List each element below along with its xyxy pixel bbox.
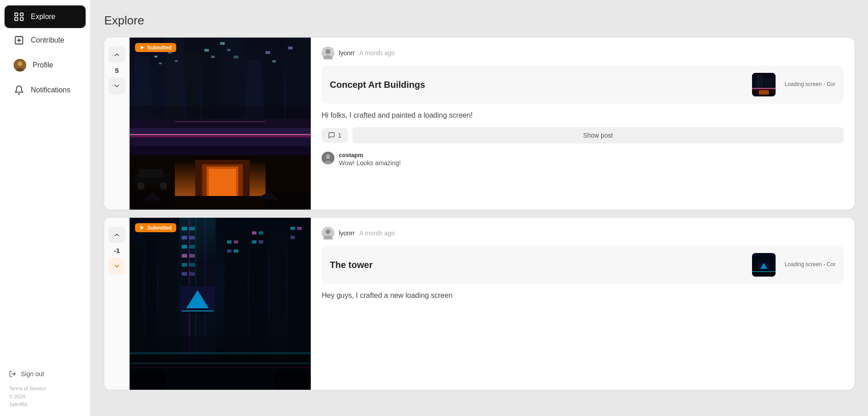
svg-point-116	[326, 230, 330, 234]
post-author-1: lyonrr	[339, 49, 355, 57]
submitted-badge-1: Submitted	[135, 43, 176, 52]
thumbnail-label-1: Loading screen - Cor	[785, 81, 835, 88]
svg-rect-109	[130, 367, 311, 368]
post-image-1: Submitted	[130, 38, 311, 210]
comment-username-1: costapm	[339, 152, 844, 158]
svg-rect-110	[130, 335, 311, 354]
downvote-button-2[interactable]	[109, 258, 125, 274]
upvote-icon-2	[113, 231, 121, 239]
page-title: Explore	[104, 14, 854, 28]
show-post-button-1[interactable]: Show post	[352, 127, 844, 143]
svg-rect-106	[179, 218, 216, 263]
sidebar-item-explore-label: Explore	[31, 13, 55, 21]
comment-icon-1	[328, 132, 335, 139]
downvote-icon-1	[113, 82, 121, 90]
bell-icon	[14, 85, 24, 95]
svg-rect-61	[759, 90, 769, 95]
sidebar-item-explore[interactable]: Explore	[5, 5, 86, 28]
svg-rect-98	[234, 249, 238, 253]
sidebar-item-profile-label: Profile	[33, 61, 53, 69]
post-time-1: A month ago	[359, 49, 395, 57]
comment-count-1: 1	[338, 132, 342, 139]
svg-rect-48	[288, 47, 293, 49]
svg-rect-123	[752, 271, 776, 272]
post-comment-1: costapm Wow! Looks amazing!	[322, 150, 844, 167]
svg-rect-42	[211, 56, 215, 58]
sidebar: Explore Contribute Profile	[0, 0, 91, 416]
post-title-1: Concept Art Buildings	[330, 80, 425, 90]
sidebar-item-profile[interactable]: Profile	[5, 53, 86, 78]
cyberpunk-art-1	[130, 38, 311, 210]
svg-rect-37	[154, 56, 157, 57]
sign-out-button[interactable]: Sign out	[9, 367, 81, 381]
svg-rect-111	[130, 372, 166, 390]
sign-out-icon	[9, 370, 16, 378]
profile-avatar-icon	[14, 59, 26, 72]
svg-rect-47	[272, 60, 276, 62]
svg-rect-34	[139, 169, 164, 177]
post-card-1: 5 Submitted	[104, 38, 854, 210]
svg-rect-82	[182, 263, 187, 267]
svg-rect-102	[259, 240, 263, 244]
post-title-section-2: The tower Loading screen - Cor	[322, 246, 844, 284]
author-avatar-1	[322, 47, 334, 59]
comment-avatar-img-1	[322, 152, 334, 164]
submitted-badge-2: Submitted	[135, 223, 176, 232]
post-card-2: -1 Submitted	[104, 218, 854, 390]
svg-rect-83	[189, 263, 195, 267]
sign-out-label: Sign out	[21, 370, 44, 378]
thumbnail-with-label-1: Loading screen - Cor	[752, 73, 835, 96]
svg-rect-99	[252, 231, 256, 234]
explore-icon	[14, 12, 24, 22]
svg-rect-100	[259, 231, 263, 234]
sidebar-item-contribute-label: Contribute	[31, 36, 64, 44]
svg-point-8	[18, 62, 22, 66]
svg-rect-25	[130, 136, 311, 137]
sidebar-item-contribute[interactable]: Contribute	[5, 29, 86, 52]
thumbnail-with-label-2: Loading screen - Cor	[752, 253, 835, 277]
post-description-2: Hey guys, I crafted a new loading screen	[322, 290, 844, 301]
vote-count-1: 5	[115, 65, 119, 76]
downvote-button-1[interactable]	[109, 78, 125, 94]
post-title-section-1: Concept Art Buildings Loading screen - C…	[322, 66, 844, 104]
submitted-icon-1	[140, 45, 145, 50]
svg-rect-103	[290, 227, 295, 230]
post-meta-2: lyonrr A month ago	[322, 227, 844, 239]
svg-rect-3	[20, 18, 23, 20]
upvote-button-1[interactable]	[109, 47, 125, 63]
contribute-icon	[14, 35, 24, 45]
comment-avatar-1	[322, 152, 334, 164]
terms-of-service-link[interactable]: Terms of Service	[9, 386, 46, 391]
svg-point-35	[137, 182, 145, 190]
post-image-2: Submitted	[130, 218, 311, 390]
svg-rect-49	[130, 105, 311, 128]
svg-rect-45	[234, 56, 238, 58]
sidebar-nav: Explore Contribute Profile	[0, 0, 90, 359]
upvote-icon-1	[113, 51, 121, 58]
svg-rect-41	[204, 49, 209, 52]
post-actions-1: 1 Show post	[322, 127, 844, 143]
sidebar-item-notifications[interactable]: Notifications	[5, 79, 86, 101]
svg-point-55	[326, 49, 330, 54]
svg-rect-2	[15, 18, 18, 20]
svg-rect-1	[20, 13, 23, 16]
submitted-icon-2	[140, 225, 145, 230]
svg-rect-108	[130, 363, 311, 364]
svg-rect-114	[130, 354, 311, 355]
comment-body-1: costapm Wow! Looks amazing!	[339, 152, 844, 167]
svg-rect-84	[182, 272, 187, 276]
svg-rect-24	[130, 134, 311, 135]
svg-rect-0	[15, 13, 18, 16]
post-content-2: lyonrr A month ago The tower	[311, 218, 854, 390]
svg-rect-43	[220, 42, 225, 45]
post-meta-1: lyonrr A month ago	[322, 47, 844, 59]
author-avatar-2	[322, 227, 334, 239]
post-time-2: A month ago	[359, 230, 395, 237]
svg-rect-105	[290, 236, 295, 239]
comment-button-1[interactable]: 1	[322, 128, 348, 143]
svg-rect-85	[189, 272, 195, 276]
svg-rect-90	[182, 311, 213, 311]
vote-section-1: 5	[104, 38, 130, 210]
version-text: 1afe48a	[9, 402, 27, 407]
upvote-button-2[interactable]	[109, 227, 125, 243]
